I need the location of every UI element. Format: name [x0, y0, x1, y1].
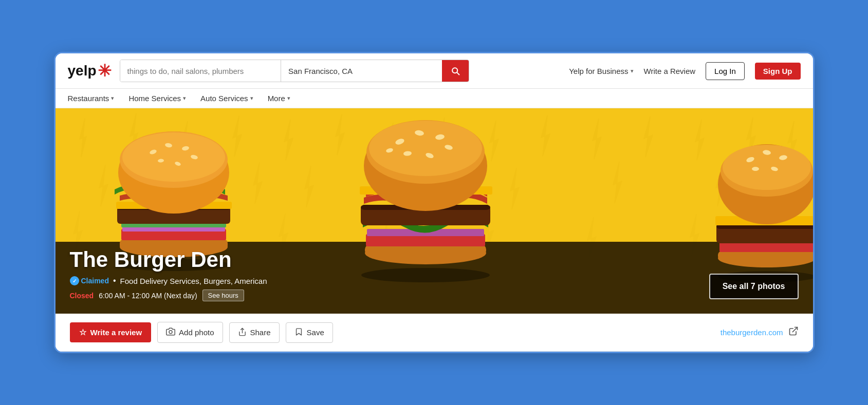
- website-link[interactable]: theburgerden.com: [721, 328, 783, 337]
- add-photo-button[interactable]: Add photo: [157, 322, 223, 343]
- write-review-link[interactable]: Write a Review: [644, 67, 696, 75]
- nav-item-more[interactable]: More ▾: [268, 94, 290, 103]
- yelp-logo[interactable]: yelp ✳: [68, 61, 112, 81]
- business-info-overlay: The Burger Den ✓ Claimed • Food Delivery…: [56, 237, 813, 314]
- share-button[interactable]: Share: [229, 322, 280, 343]
- nav-item-home-services[interactable]: Home Services ▾: [128, 94, 186, 103]
- hours-row: Closed 6:00 AM - 12:00 AM (Next day) See…: [70, 290, 799, 301]
- restaurants-chevron-icon: ▾: [111, 95, 114, 102]
- write-review-button[interactable]: ☆ Write a review: [70, 322, 152, 342]
- hero-banner: The Burger Den ✓ Claimed • Food Delivery…: [56, 108, 813, 314]
- nav-item-auto-services[interactable]: Auto Services ▾: [200, 94, 253, 103]
- see-hours-button[interactable]: See hours: [202, 290, 244, 301]
- more-chevron-icon: ▾: [287, 95, 290, 102]
- save-button[interactable]: Save: [286, 322, 333, 343]
- search-bar: [120, 60, 469, 82]
- business-categories: Food Delivery Services, Burgers, America…: [120, 277, 267, 285]
- hours-text: 6:00 AM - 12:00 AM (Next day): [99, 292, 197, 300]
- auto-services-chevron-icon: ▾: [250, 95, 253, 102]
- svg-point-84: [169, 331, 172, 334]
- yelp-wordmark: yelp: [68, 63, 97, 79]
- nav-item-restaurants[interactable]: Restaurants ▾: [68, 94, 115, 103]
- business-name: The Burger Den: [70, 247, 799, 272]
- login-button[interactable]: Log In: [706, 62, 745, 80]
- header: yelp ✳ Yelp for Business ▾ Write a Revie…: [56, 53, 813, 89]
- claimed-badge: ✓ Claimed: [70, 276, 109, 285]
- signup-button[interactable]: Sign Up: [755, 63, 801, 80]
- business-meta: ✓ Claimed • Food Delivery Services, Burg…: [70, 276, 799, 285]
- svg-line-86: [792, 327, 797, 332]
- claimed-label: Claimed: [81, 277, 109, 285]
- yelp-business-link[interactable]: Yelp for Business ▾: [569, 67, 633, 75]
- bookmark-icon: [294, 327, 303, 338]
- separator: •: [113, 276, 116, 285]
- yelp-business-chevron-icon: ▾: [631, 68, 634, 74]
- search-button[interactable]: [442, 60, 469, 82]
- yelp-burst-icon: ✳: [98, 61, 112, 81]
- share-icon: [238, 327, 247, 338]
- search-input[interactable]: [120, 60, 282, 82]
- action-bar: ☆ Write a review Add photo Share: [56, 314, 813, 352]
- claimed-check-icon: ✓: [70, 276, 79, 285]
- home-services-chevron-icon: ▾: [183, 95, 186, 102]
- svg-point-61: [369, 121, 482, 176]
- action-bar-right: theburgerden.com: [721, 326, 799, 339]
- header-nav: Yelp for Business ▾ Write a Review Log I…: [569, 62, 800, 80]
- svg-point-82: [752, 167, 759, 171]
- nav-bar: Restaurants ▾ Home Services ▾ Auto Servi…: [56, 89, 813, 108]
- external-link-icon[interactable]: [788, 326, 799, 339]
- browser-frame: yelp ✳ Yelp for Business ▾ Write a Revie…: [54, 52, 815, 353]
- location-input[interactable]: [281, 60, 442, 82]
- closed-status: Closed: [70, 292, 94, 300]
- see-all-photos-button[interactable]: See all 7 photos: [709, 274, 799, 299]
- star-icon: ☆: [79, 327, 86, 337]
- svg-point-44: [122, 132, 225, 182]
- camera-icon: [166, 327, 175, 338]
